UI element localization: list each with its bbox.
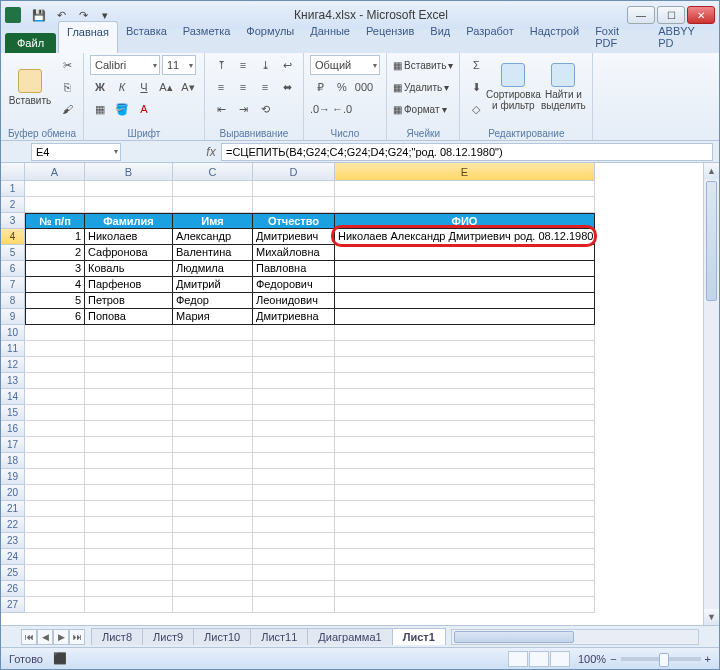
sheet-tab-Лист9[interactable]: Лист9 — [142, 628, 194, 645]
row-header-24[interactable]: 24 — [1, 549, 25, 565]
align-right-icon[interactable]: ≡ — [255, 77, 275, 97]
zoom-out-button[interactable]: − — [610, 653, 616, 665]
ribbon-tab-вид[interactable]: Вид — [422, 21, 458, 53]
cell-A23[interactable] — [25, 533, 85, 549]
ribbon-tab-разработ[interactable]: Разработ — [458, 21, 521, 53]
cell-C1[interactable] — [173, 181, 253, 197]
zoom-slider[interactable] — [621, 657, 701, 661]
row-header-13[interactable]: 13 — [1, 373, 25, 389]
cell-E3[interactable]: ФИО — [335, 213, 595, 229]
row-header-21[interactable]: 21 — [1, 501, 25, 517]
sheet-first-icon[interactable]: ⏮ — [21, 629, 37, 645]
cell-C10[interactable] — [173, 325, 253, 341]
cell-D2[interactable] — [253, 197, 335, 213]
cell-D26[interactable] — [253, 581, 335, 597]
cell-D12[interactable] — [253, 357, 335, 373]
scroll-up-icon[interactable]: ▲ — [704, 163, 719, 179]
column-header-B[interactable]: B — [85, 163, 173, 181]
cell-B9[interactable]: Попова — [85, 309, 173, 325]
cell-C14[interactable] — [173, 389, 253, 405]
row-header-22[interactable]: 22 — [1, 517, 25, 533]
cell-D7[interactable]: Федорович — [253, 277, 335, 293]
cell-B24[interactable] — [85, 549, 173, 565]
ribbon-tab-abbyy pd[interactable]: ABBYY PD — [650, 21, 719, 53]
ribbon-tab-данные[interactable]: Данные — [302, 21, 358, 53]
align-top-icon[interactable]: ⤒ — [211, 55, 231, 75]
cell-E17[interactable] — [335, 437, 595, 453]
increase-font-icon[interactable]: A▴ — [156, 77, 176, 97]
scroll-down-icon[interactable]: ▼ — [704, 609, 719, 625]
increase-indent-icon[interactable]: ⇥ — [233, 99, 253, 119]
cell-C22[interactable] — [173, 517, 253, 533]
cell-D27[interactable] — [253, 597, 335, 613]
cell-B20[interactable] — [85, 485, 173, 501]
font-color-icon[interactable]: A — [134, 99, 154, 119]
cell-B2[interactable] — [85, 197, 173, 213]
column-header-E[interactable]: E — [335, 163, 595, 181]
cell-E24[interactable] — [335, 549, 595, 565]
row-header-4[interactable]: 4 — [1, 229, 25, 245]
cell-E25[interactable] — [335, 565, 595, 581]
ribbon-tab-вставка[interactable]: Вставка — [118, 21, 175, 53]
cell-B14[interactable] — [85, 389, 173, 405]
row-header-19[interactable]: 19 — [1, 469, 25, 485]
cell-A15[interactable] — [25, 405, 85, 421]
copy-icon[interactable]: ⎘ — [57, 77, 77, 97]
hscroll-thumb[interactable] — [454, 631, 574, 643]
autosum-icon[interactable]: Σ — [466, 55, 486, 75]
currency-icon[interactable]: ₽ — [310, 77, 330, 97]
column-header-C[interactable]: C — [173, 163, 253, 181]
cell-A16[interactable] — [25, 421, 85, 437]
cell-D4[interactable]: Дмитриевич — [253, 229, 335, 245]
italic-button[interactable]: К — [112, 77, 132, 97]
cell-C2[interactable] — [173, 197, 253, 213]
macro-record-icon[interactable]: ⬛ — [53, 652, 67, 665]
normal-view-button[interactable] — [508, 651, 528, 667]
row-header-20[interactable]: 20 — [1, 485, 25, 501]
cell-E4[interactable]: Николаев Александр Дмитриевич род. 08.12… — [335, 229, 595, 245]
zoom-control[interactable]: 100% − + — [578, 653, 711, 665]
sheet-tab-Лист8[interactable]: Лист8 — [91, 628, 143, 645]
fill-icon[interactable]: ⬇ — [466, 77, 486, 97]
ribbon-tab-главная[interactable]: Главная — [58, 21, 118, 53]
row-header-8[interactable]: 8 — [1, 293, 25, 309]
align-middle-icon[interactable]: ≡ — [233, 55, 253, 75]
cell-E21[interactable] — [335, 501, 595, 517]
row-header-5[interactable]: 5 — [1, 245, 25, 261]
delete-cells-button[interactable]: ▦ Удалить ▾ — [393, 77, 453, 97]
row-header-26[interactable]: 26 — [1, 581, 25, 597]
cell-E8[interactable] — [335, 293, 595, 309]
decrease-font-icon[interactable]: A▾ — [178, 77, 198, 97]
cell-A3[interactable]: № п/п — [25, 213, 85, 229]
cell-A13[interactable] — [25, 373, 85, 389]
column-header-D[interactable]: D — [253, 163, 335, 181]
row-header-9[interactable]: 9 — [1, 309, 25, 325]
cell-A2[interactable] — [25, 197, 85, 213]
ribbon-tab-надстрой[interactable]: Надстрой — [522, 21, 587, 53]
cell-A8[interactable]: 5 — [25, 293, 85, 309]
align-bottom-icon[interactable]: ⤓ — [255, 55, 275, 75]
cell-D8[interactable]: Леонидович — [253, 293, 335, 309]
cell-C18[interactable] — [173, 453, 253, 469]
cell-B5[interactable]: Сафронова — [85, 245, 173, 261]
cell-A27[interactable] — [25, 597, 85, 613]
cell-E23[interactable] — [335, 533, 595, 549]
row-header-2[interactable]: 2 — [1, 197, 25, 213]
cell-D24[interactable] — [253, 549, 335, 565]
cell-A12[interactable] — [25, 357, 85, 373]
cell-D5[interactable]: Михайловна — [253, 245, 335, 261]
cell-A26[interactable] — [25, 581, 85, 597]
cell-D17[interactable] — [253, 437, 335, 453]
paste-button[interactable]: Вставить — [7, 55, 53, 119]
cell-E22[interactable] — [335, 517, 595, 533]
column-header-A[interactable]: A — [25, 163, 85, 181]
row-header-10[interactable]: 10 — [1, 325, 25, 341]
cell-E10[interactable] — [335, 325, 595, 341]
zoom-in-button[interactable]: + — [705, 653, 711, 665]
cell-B3[interactable]: Фамилия — [85, 213, 173, 229]
fill-color-icon[interactable]: 🪣 — [112, 99, 132, 119]
cell-C20[interactable] — [173, 485, 253, 501]
format-painter-icon[interactable]: 🖌 — [57, 99, 77, 119]
cell-E27[interactable] — [335, 597, 595, 613]
sheet-last-icon[interactable]: ⏭ — [69, 629, 85, 645]
